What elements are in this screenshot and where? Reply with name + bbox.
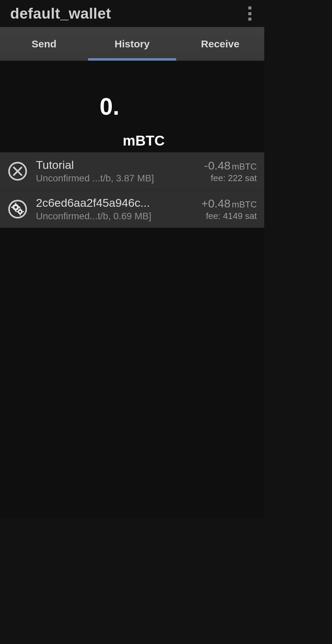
svg-point-5 xyxy=(15,206,17,208)
svg-rect-6 xyxy=(15,203,17,205)
balance-value: 0. xyxy=(100,93,119,120)
balance-unit: mBTC xyxy=(123,133,165,152)
transaction-amount: +0.48mBTC xyxy=(201,197,257,210)
tab-send[interactable]: Send xyxy=(0,27,88,61)
svg-rect-12 xyxy=(20,208,21,209)
transaction-amount: -0.48mBTC xyxy=(204,159,257,172)
tab-history[interactable]: History xyxy=(88,27,176,61)
svg-rect-8 xyxy=(11,206,13,208)
transaction-fee: fee: 4149 sat xyxy=(201,211,257,221)
svg-rect-15 xyxy=(22,211,24,212)
transaction-subtitle: Unconfirmed...t/b, 0.69 MB] xyxy=(36,211,193,222)
tab-bar: Send History Receive xyxy=(0,27,264,61)
svg-rect-13 xyxy=(20,214,21,216)
overflow-menu-icon[interactable] xyxy=(245,6,255,21)
transaction-fee: fee: 222 sat xyxy=(204,173,257,183)
transaction-title: Tutorial xyxy=(36,158,196,172)
balance-display: 0. mBTC xyxy=(0,61,264,152)
gears-icon xyxy=(7,199,28,219)
title-bar: default_wallet xyxy=(0,0,264,27)
svg-rect-7 xyxy=(15,209,17,212)
svg-rect-9 xyxy=(18,206,20,208)
tab-receive[interactable]: Receive xyxy=(176,27,264,61)
transaction-row[interactable]: Tutorial Unconfirmed ...t/b, 3.87 MB] -0… xyxy=(0,152,264,190)
svg-rect-14 xyxy=(16,211,18,212)
transaction-title: 2c6ed6aa2f45a946c... xyxy=(36,196,193,209)
circle-x-icon xyxy=(7,161,28,181)
transaction-list: Tutorial Unconfirmed ...t/b, 3.87 MB] -0… xyxy=(0,152,264,228)
app-screen: default_wallet Send History Receive 0. m… xyxy=(0,0,264,518)
svg-point-11 xyxy=(19,210,21,213)
transaction-subtitle: Unconfirmed ...t/b, 3.87 MB] xyxy=(36,173,196,184)
wallet-title: default_wallet xyxy=(10,5,111,22)
transaction-row[interactable]: 2c6ed6aa2f45a946c... Unconfirmed...t/b, … xyxy=(0,190,264,228)
below-phone-area xyxy=(0,518,332,644)
